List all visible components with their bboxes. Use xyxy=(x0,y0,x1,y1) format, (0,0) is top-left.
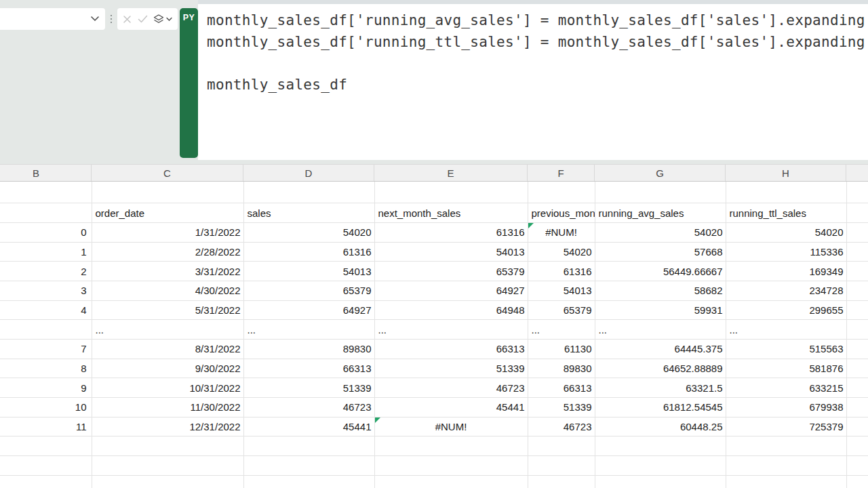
cell-F[interactable]: 61130 xyxy=(528,340,595,359)
cell-H[interactable] xyxy=(726,475,846,488)
cell-C[interactable]: 11/30/2022 xyxy=(92,398,243,418)
cell-D[interactable]: sales xyxy=(243,203,374,223)
cell-D[interactable]: 54020 xyxy=(243,222,374,242)
cancel-button[interactable] xyxy=(123,15,132,24)
cell-E[interactable] xyxy=(374,456,528,476)
cell-G[interactable]: ... xyxy=(595,320,726,340)
cell-G[interactable]: 63321.5 xyxy=(595,378,726,398)
cell-E[interactable]: 51339 xyxy=(374,359,528,378)
cell-E[interactable] xyxy=(374,182,528,203)
cell-B[interactable]: 10 xyxy=(0,398,92,418)
cell-I[interactable] xyxy=(846,340,868,359)
cell-H[interactable]: running_ttl_sales xyxy=(726,203,846,223)
cell-F[interactable] xyxy=(528,182,595,203)
cell-D[interactable]: 66313 xyxy=(243,359,374,378)
cell-B[interactable] xyxy=(0,456,92,476)
confirm-button[interactable] xyxy=(138,15,148,23)
cell-E[interactable]: 61316 xyxy=(374,222,528,242)
cell-C[interactable] xyxy=(92,456,243,476)
cell-I[interactable] xyxy=(846,436,868,456)
cell-B[interactable]: 11 xyxy=(0,417,92,436)
column-header-C[interactable]: C xyxy=(92,165,243,181)
cell-E[interactable]: 64927 xyxy=(374,281,528,300)
cell-H[interactable] xyxy=(726,456,846,476)
cell-F[interactable]: previous_month_sales xyxy=(528,203,595,223)
cell-G[interactable]: 56449.66667 xyxy=(595,262,726,281)
cell-E[interactable]: 65379 xyxy=(374,262,528,281)
cell-F[interactable]: 89830 xyxy=(528,359,595,378)
cell-D[interactable]: 61316 xyxy=(243,242,374,262)
cell-B[interactable] xyxy=(0,475,92,488)
cell-B[interactable]: 7 xyxy=(0,340,92,359)
cell-B[interactable]: 8 xyxy=(0,359,92,378)
cell-I[interactable] xyxy=(846,359,868,378)
cell-H[interactable]: 115336 xyxy=(726,242,846,262)
cell-E[interactable]: 46723 xyxy=(374,378,528,398)
cell-C[interactable]: 9/30/2022 xyxy=(92,359,243,378)
cell-I[interactable] xyxy=(846,281,868,300)
cell-I[interactable] xyxy=(846,320,868,340)
cell-G[interactable]: 58682 xyxy=(595,281,726,300)
column-header-E[interactable]: E xyxy=(374,165,528,181)
cell-D[interactable]: 45441 xyxy=(243,417,374,436)
cell-G[interactable] xyxy=(595,436,726,456)
cell-C[interactable]: 8/31/2022 xyxy=(92,340,243,359)
cell-H[interactable] xyxy=(726,182,846,203)
cell-G[interactable] xyxy=(595,475,726,488)
cell-B[interactable]: 2 xyxy=(0,262,92,281)
column-header-G[interactable]: G xyxy=(595,165,726,181)
cell-E[interactable]: 54013 xyxy=(374,242,528,262)
cell-I[interactable] xyxy=(846,182,868,203)
cell-I[interactable] xyxy=(846,378,868,398)
cell-F[interactable]: ... xyxy=(528,320,595,340)
cell-G[interactable]: 64445.375 xyxy=(595,340,726,359)
column-header-I[interactable] xyxy=(846,165,868,181)
cell-H[interactable]: 515563 xyxy=(726,340,846,359)
cell-B[interactable] xyxy=(0,320,92,340)
cell-G[interactable]: running_avg_sales xyxy=(595,203,726,223)
cell-D[interactable]: 51339 xyxy=(243,378,374,398)
cell-E[interactable]: 45441 xyxy=(374,398,528,418)
cell-H[interactable]: 169349 xyxy=(726,262,846,281)
column-header-B[interactable]: B xyxy=(0,165,92,181)
cell-F[interactable]: #NUM! xyxy=(528,222,595,242)
cell-C[interactable] xyxy=(92,475,243,488)
cell-G[interactable] xyxy=(595,182,726,203)
cell-H[interactable]: 299655 xyxy=(726,300,846,320)
cell-E[interactable] xyxy=(374,475,528,488)
cell-H[interactable]: 234728 xyxy=(726,281,846,300)
cell-I[interactable] xyxy=(846,300,868,320)
cell-H[interactable]: 633215 xyxy=(726,378,846,398)
cell-B[interactable]: 3 xyxy=(0,281,92,300)
cell-E[interactable]: ... xyxy=(374,320,528,340)
cell-C[interactable]: 12/31/2022 xyxy=(92,417,243,436)
cell-I[interactable] xyxy=(846,262,868,281)
cell-H[interactable] xyxy=(726,436,846,456)
cell-D[interactable] xyxy=(243,456,374,476)
cell-G[interactable]: 61812.54545 xyxy=(595,398,726,418)
cell-H[interactable]: 679938 xyxy=(726,398,846,418)
cell-G[interactable]: 60448.25 xyxy=(595,417,726,436)
cell-D[interactable]: 46723 xyxy=(243,398,374,418)
cell-E[interactable]: next_month_sales xyxy=(374,203,528,223)
cell-I[interactable] xyxy=(846,475,868,488)
cell-I[interactable] xyxy=(846,456,868,476)
cell-B[interactable] xyxy=(0,436,92,456)
cell-H[interactable]: 581876 xyxy=(726,359,846,378)
cell-F[interactable] xyxy=(528,475,595,488)
cell-F[interactable]: 65379 xyxy=(528,300,595,320)
cell-C[interactable]: 4/30/2022 xyxy=(92,281,243,300)
cell-D[interactable]: 89830 xyxy=(243,340,374,359)
formula-bar-resize-handle[interactable] xyxy=(107,9,115,29)
cell-I[interactable] xyxy=(846,417,868,436)
cell-E[interactable]: #NUM! xyxy=(374,417,528,436)
cell-C[interactable]: 1/31/2022 xyxy=(92,222,243,242)
cell-F[interactable]: 54013 xyxy=(528,281,595,300)
cell-E[interactable]: 66313 xyxy=(374,340,528,359)
cell-D[interactable]: 64927 xyxy=(243,300,374,320)
cell-G[interactable] xyxy=(595,456,726,476)
cell-F[interactable]: 51339 xyxy=(528,398,595,418)
cell-I[interactable] xyxy=(846,398,868,418)
cell-G[interactable]: 57668 xyxy=(595,242,726,262)
cell-I[interactable] xyxy=(846,242,868,262)
